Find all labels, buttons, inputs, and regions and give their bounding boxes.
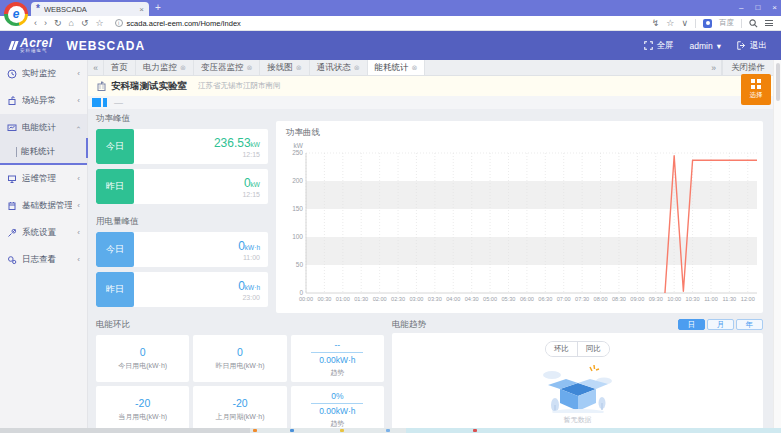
chevron-left-icon: ‹ bbox=[77, 201, 80, 210]
tab-home[interactable]: 首页 bbox=[104, 60, 136, 75]
power-peak-today-time: 12:15 bbox=[242, 151, 260, 158]
svg-text:05:30: 05:30 bbox=[501, 296, 515, 302]
tab-close-icon[interactable]: ⊗ bbox=[296, 64, 302, 72]
forward-icon[interactable]: › bbox=[44, 19, 47, 28]
search-icon[interactable] bbox=[749, 19, 758, 28]
tabs-scroll-left-button[interactable]: « bbox=[88, 60, 104, 75]
svg-text:08:00: 08:00 bbox=[594, 296, 608, 302]
sidebar-item-energy-stats[interactable]: 电能统计 ‹ bbox=[0, 114, 87, 141]
sidebar-item-base-data[interactable]: 基础数据管理 ‹ bbox=[0, 192, 87, 219]
svg-text:00:00: 00:00 bbox=[299, 296, 313, 302]
station-alert-icon bbox=[7, 96, 17, 106]
window-close-button[interactable]: × bbox=[772, 3, 777, 12]
energy-peak-today-value: 0 bbox=[238, 239, 245, 253]
svg-text:09:30: 09:30 bbox=[649, 296, 663, 302]
station-name: 安科瑞测试实验室 bbox=[111, 80, 187, 93]
energy-mom-title: 电能环比 bbox=[96, 319, 384, 331]
tab-close-icon[interactable]: ⊗ bbox=[354, 64, 360, 72]
url-text[interactable]: scada.acrel-eem.com/Home/Index bbox=[127, 19, 241, 28]
legend-square-icon[interactable] bbox=[103, 98, 107, 107]
home-icon[interactable]: ⌂ bbox=[69, 19, 74, 28]
tab-comm-status[interactable]: 通讯状态⊗ bbox=[310, 60, 368, 75]
mom-this-month-value: -20 bbox=[135, 397, 150, 409]
sidebar-item-realtime-monitor[interactable]: 实时监控 ‹ bbox=[0, 60, 87, 87]
logout-button[interactable]: 退出 bbox=[737, 40, 767, 52]
fullscreen-button[interactable]: 全屏 bbox=[644, 40, 674, 52]
power-peak-title: 功率峰值 bbox=[96, 113, 268, 125]
fullscreen-icon bbox=[644, 41, 653, 50]
sidebar-item-ops-management[interactable]: 运维管理 ‹ bbox=[0, 165, 87, 192]
building-icon bbox=[97, 81, 106, 91]
toggle-mom-button[interactable]: 环比 bbox=[546, 342, 577, 356]
history-icon[interactable]: ↺ bbox=[81, 19, 89, 28]
toggle-yoy-button[interactable]: 同比 bbox=[577, 342, 609, 356]
page-scrollbar[interactable] bbox=[773, 60, 781, 428]
station-select-button[interactable]: 选择 bbox=[741, 74, 771, 105]
svg-text:07:00: 07:00 bbox=[557, 296, 571, 302]
user-menu[interactable]: admin ▾ bbox=[690, 41, 721, 51]
bookmark-star-icon[interactable]: ☆ bbox=[96, 19, 104, 28]
taskbar-app-icon bbox=[253, 429, 257, 432]
svg-text:kW: kW bbox=[294, 142, 304, 149]
window-maximize-button[interactable]: □ bbox=[755, 3, 760, 12]
sidebar-item-station-alert[interactable]: 场站异常 ‹ bbox=[0, 87, 87, 114]
tabs-scroll-right-button[interactable]: » bbox=[706, 60, 722, 75]
range-month-button[interactable]: 月 bbox=[707, 319, 734, 330]
baidu-bookmark-icon[interactable] bbox=[703, 19, 712, 28]
svg-text:02:30: 02:30 bbox=[391, 296, 405, 302]
address-bar[interactable]: i scada.acrel-eem.com/Home/Index bbox=[115, 19, 445, 28]
tab-wiring-diagram[interactable]: 接线图⊗ bbox=[260, 60, 309, 75]
sidebar: 实时监控 ‹ 场站异常 ‹ 电能统计 ‹ 能耗统计 bbox=[0, 60, 88, 428]
bookmark-label[interactable]: 百度 bbox=[719, 18, 734, 28]
new-tab-button[interactable]: + bbox=[155, 2, 161, 13]
mom-cell-last-month: -20 上月同期(kW·h) bbox=[193, 386, 286, 428]
chevron-left-icon: ‹ bbox=[77, 174, 80, 183]
sidebar-subitem-energy-consumption[interactable]: 能耗统计 bbox=[0, 141, 87, 163]
browser-tab-title: WEBSCADA bbox=[44, 5, 135, 14]
taskbar-app-icon bbox=[473, 429, 477, 432]
dropdown-caret-icon[interactable]: ∨ bbox=[681, 19, 688, 28]
realtime-monitor-icon bbox=[7, 69, 17, 79]
page-scrollbar-thumb[interactable] bbox=[776, 63, 780, 101]
energy-peak-title: 用电量峰值 bbox=[96, 216, 268, 228]
tab-power-monitoring[interactable]: 电力监控⊗ bbox=[136, 60, 194, 75]
site-info-icon[interactable]: i bbox=[115, 19, 123, 27]
svg-text:03:00: 03:00 bbox=[409, 296, 423, 302]
tab-transformer-monitoring[interactable]: 变压器监控⊗ bbox=[194, 60, 260, 75]
close-operations-button[interactable]: 关闭操作 bbox=[722, 60, 773, 75]
tab-close-icon[interactable]: ⊗ bbox=[180, 64, 186, 72]
tab-close-icon[interactable]: × bbox=[139, 5, 144, 14]
compare-toggle: 环比 同比 bbox=[545, 341, 610, 357]
tab-energy-stats[interactable]: 能耗统计⊗ bbox=[368, 60, 426, 75]
favorites-star-icon[interactable]: ☆ bbox=[666, 19, 674, 28]
legend-square-icon[interactable] bbox=[92, 98, 101, 107]
browser-tab[interactable]: * WEBSCADA × bbox=[31, 2, 149, 16]
svg-text:11:30: 11:30 bbox=[723, 296, 737, 302]
log-view-icon bbox=[7, 255, 17, 265]
energy-trend-card: 环比 同比 bbox=[392, 333, 763, 428]
flash-icon[interactable]: ↯ bbox=[652, 19, 660, 28]
mom-cell-month-trend: 0% 0.00kW·h 趋势 bbox=[291, 386, 384, 428]
back-icon[interactable]: ‹ bbox=[34, 19, 37, 28]
windows-taskbar[interactable] bbox=[0, 428, 781, 433]
mom-day-trend-delta: 0.00kW·h bbox=[319, 355, 355, 365]
tab-close-icon[interactable]: ⊗ bbox=[412, 64, 418, 72]
browser-menu-icon[interactable] bbox=[765, 20, 773, 26]
sidebar-item-log-view[interactable]: 日志查看 ‹ bbox=[0, 246, 87, 273]
tab-close-icon[interactable]: ⊗ bbox=[246, 64, 252, 72]
power-curve-svg[interactable]: 050100150200250kW00:0000:3001:0001:3002:… bbox=[276, 139, 763, 309]
yesterday-tag: 昨日 bbox=[96, 272, 134, 307]
svg-text:03:30: 03:30 bbox=[428, 296, 442, 302]
svg-text:08:30: 08:30 bbox=[612, 296, 626, 302]
ops-management-icon bbox=[7, 174, 17, 184]
refresh-icon[interactable]: ↻ bbox=[54, 19, 62, 28]
mom-cell-today: 0 今日用电(kW·h) bbox=[96, 335, 189, 382]
range-year-button[interactable]: 年 bbox=[736, 319, 763, 330]
mom-cell-this-month: -20 当月用电(kW·h) bbox=[96, 386, 189, 428]
window-minimize-button[interactable]: – bbox=[739, 3, 743, 12]
sidebar-item-system-settings[interactable]: 系统设置 ‹ bbox=[0, 219, 87, 246]
range-day-button[interactable]: 日 bbox=[678, 319, 705, 330]
content-tab-bar: « 首页 电力监控⊗ 变压器监控⊗ 接线图⊗ 通讯状态⊗ 能耗统计⊗ » 关闭操… bbox=[88, 60, 773, 76]
taskbar-app-icon bbox=[290, 429, 294, 432]
power-curve-title: 功率曲线 bbox=[276, 121, 763, 139]
